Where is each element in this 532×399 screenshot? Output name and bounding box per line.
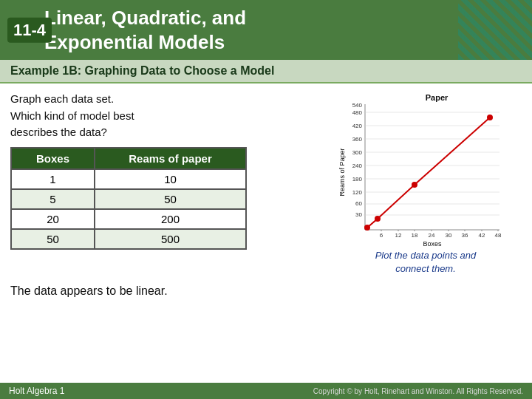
- top-row: Graph each data set. Which kind of model…: [10, 91, 522, 276]
- svg-text:30: 30: [355, 211, 362, 218]
- page-header: 11-4 Linear, Quadratic, and Exponential …: [0, 0, 532, 60]
- conclusion-text: The data appears to be linear.: [10, 284, 522, 298]
- svg-text:18: 18: [412, 232, 418, 239]
- table-cell-reams: 500: [95, 229, 246, 249]
- instruction-text: Graph each data set. Which kind of model…: [10, 91, 318, 141]
- example-title: Example 1B: Graphing Data to Choose a Mo…: [0, 60, 532, 83]
- svg-text:42: 42: [479, 232, 485, 239]
- svg-text:540: 540: [352, 102, 363, 109]
- table-row: 110: [11, 169, 246, 189]
- plot-caption: Plot the data points and connect them.: [375, 249, 477, 276]
- chart-title: Paper: [426, 93, 449, 102]
- chart-line: [367, 117, 490, 228]
- copyright-label: Copyright © by Holt, Rinehart and Winsto…: [313, 387, 523, 395]
- data-point-1: [364, 225, 370, 231]
- chart-svg: Paper Reams of Paper 120: [337, 91, 514, 250]
- col1-header: Boxes: [11, 148, 95, 169]
- table-cell-reams: 50: [95, 189, 246, 209]
- svg-text:300: 300: [352, 149, 363, 156]
- svg-text:12: 12: [395, 232, 402, 239]
- table-cell-boxes: 5: [11, 189, 95, 209]
- chart-wrapper: Paper Reams of Paper 120: [337, 91, 514, 246]
- main-content: Graph each data set. Which kind of model…: [0, 83, 532, 298]
- svg-text:360: 360: [352, 136, 363, 143]
- svg-text:180: 180: [352, 176, 363, 183]
- publisher-label: Holt Algebra 1: [9, 386, 64, 396]
- lesson-badge: 11-4: [7, 17, 52, 42]
- table-row: 50500: [11, 229, 246, 249]
- svg-text:6: 6: [380, 232, 383, 239]
- svg-text:48: 48: [495, 232, 502, 239]
- table-row: 20200: [11, 209, 246, 229]
- table-cell-reams: 200: [95, 209, 246, 229]
- data-point-2: [375, 216, 381, 222]
- svg-text:24: 24: [429, 232, 435, 239]
- svg-text:120: 120: [352, 189, 363, 196]
- table-cell-boxes: 50: [11, 229, 95, 249]
- svg-text:420: 420: [352, 123, 363, 129]
- table-cell-reams: 10: [95, 169, 246, 189]
- svg-text:240: 240: [352, 163, 363, 169]
- page-title: Linear, Quadratic, and Exponential Model…: [44, 6, 246, 54]
- x-axis-label: Boxes: [423, 240, 442, 248]
- svg-text:36: 36: [462, 232, 468, 239]
- svg-text:30: 30: [446, 232, 452, 239]
- data-table: Boxes Reams of paper 1105502020050500: [10, 147, 247, 250]
- page-footer: Holt Algebra 1 Copyright © by Holt, Rine…: [0, 383, 532, 399]
- y-axis-label: Reams of Paper: [338, 148, 346, 196]
- chart-container: Paper Reams of Paper 120: [330, 91, 522, 276]
- col2-header: Reams of paper: [95, 148, 246, 169]
- data-point-3: [412, 182, 417, 188]
- svg-text:480: 480: [352, 109, 363, 116]
- table-cell-boxes: 1: [11, 169, 95, 189]
- table-row: 550: [11, 189, 246, 209]
- data-point-4: [487, 115, 493, 120]
- left-column: Graph each data set. Which kind of model…: [10, 91, 318, 250]
- table-cell-boxes: 20: [11, 209, 95, 229]
- svg-text:60: 60: [355, 200, 362, 207]
